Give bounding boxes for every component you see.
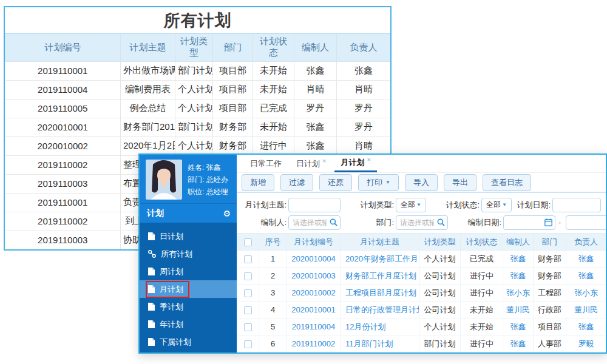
cell-subject[interactable]: 财务部工作月度计划 (341, 268, 419, 285)
cell-owner[interactable]: 罗毅 (566, 335, 606, 352)
cell-plan-no: 2020010002 (5, 136, 121, 155)
cell-index: 5 (259, 318, 287, 335)
row-checkbox[interactable] (244, 340, 252, 348)
row-checkbox[interactable] (244, 255, 252, 263)
cell-creator[interactable]: 张鑫 (503, 335, 534, 352)
cell-plan-no[interactable]: 2020010002 (287, 285, 341, 302)
toolbar: 新增 过滤 还原 打印 ▼ (237, 173, 606, 193)
monthly-plan-header-row: 序号 月计划编号 月计划主题 计划类型 计划状态 编制人 部门 负责人 (237, 234, 606, 251)
cell-status: 进行中 (461, 268, 503, 285)
row-checkbox[interactable] (244, 323, 252, 331)
tab-label: 月计划 (341, 157, 364, 168)
tab[interactable]: 月计划 × (334, 155, 376, 172)
sidebar-menu-item-label: 下属计划 (160, 337, 191, 348)
monthly-plan-table: 序号 月计划编号 月计划主题 计划类型 计划状态 编制人 部门 负责人 (237, 233, 606, 352)
toolbar-button-label: 新增 (250, 177, 266, 188)
sidebar-menu-item-label: 日计划 (160, 231, 183, 242)
cell-plan-no[interactable]: 2020010001 (287, 302, 341, 318)
cell-creator: 罗丹 (294, 99, 337, 118)
filter-type-select[interactable]: 全部▼ (396, 198, 426, 212)
cell-owner[interactable]: 董川民 (566, 302, 606, 318)
cell-creator[interactable]: 董川民 (503, 302, 534, 318)
cell-owner[interactable]: 张小东 (566, 285, 606, 302)
filter-plan-date-input[interactable] (552, 198, 601, 212)
filter-subject-input[interactable] (288, 198, 341, 212)
filter-status-label: 计划状态: (442, 200, 480, 211)
search-icon[interactable] (330, 218, 337, 226)
cell-type: 部门计划 (419, 335, 461, 352)
cell-plan-no[interactable]: 2019110002 (287, 335, 341, 352)
cell-select (237, 318, 259, 335)
cell-plan-no[interactable]: 2020010004 (287, 251, 341, 268)
tab-close-icon[interactable]: × (367, 156, 370, 163)
cell-plan-no: 2019110003 (5, 174, 121, 193)
filter-type-label: 计划类型: (356, 200, 394, 211)
cell-select (237, 268, 259, 285)
cell-plan-no[interactable]: 2019110004 (287, 318, 341, 335)
row-checkbox[interactable] (244, 306, 252, 314)
filter-panel: 月计划主题: 计划类型: 全部▼ 计划状态: 全部▼ 计划日期: 编制人: 部门… (237, 193, 606, 233)
toolbar-button[interactable]: 导入 (405, 174, 438, 191)
profile-field-label: 姓名: (188, 163, 204, 172)
row-checkbox[interactable] (244, 272, 252, 280)
select-all-checkbox[interactable] (244, 238, 252, 246)
filter-creator-label: 编制人: (237, 217, 287, 228)
cell-type: 公司计划 (419, 268, 461, 285)
tab-close-icon[interactable]: × (322, 157, 326, 164)
cell-owner[interactable]: 张鑫 (566, 318, 606, 335)
filter-create-date-end-input[interactable] (566, 215, 606, 230)
tab[interactable]: 日计划 × (290, 155, 332, 172)
cell-creator: 张鑫 (294, 136, 337, 155)
search-icon[interactable] (437, 218, 445, 226)
cell-owner[interactable]: 张鑫 (566, 251, 606, 268)
filter-status-select[interactable]: 全部▼ (481, 198, 512, 212)
cell-subject[interactable]: 12月份计划 (341, 318, 419, 335)
cell-select (237, 285, 259, 302)
sidebar-menu-item[interactable]: 季计划 (140, 298, 237, 315)
cell-creator[interactable]: 张小东 (503, 285, 534, 302)
filter-dept-label: 部门: (356, 217, 394, 228)
cell-creator[interactable]: 张鑫 (503, 268, 534, 285)
calendar-icon[interactable] (544, 218, 552, 226)
row-checkbox[interactable] (244, 289, 252, 297)
table-row: 3 2020010002 工程项目部月度计划 公司计划 进行中 张小东 工程部 … (237, 285, 606, 302)
document-icon (148, 232, 155, 240)
date-range-separator: - (558, 218, 561, 227)
sidebar-menu-item[interactable]: 周计划 (140, 263, 237, 280)
cell-subject[interactable]: 11月部门计划 (341, 335, 419, 352)
cell-plan-no[interactable]: 2020010003 (287, 268, 341, 285)
tab[interactable]: 日常工作 (244, 155, 288, 172)
sidebar-menu: 日计划 所有计划 (140, 223, 237, 352)
cell-creator[interactable]: 张鑫 (503, 251, 534, 268)
filter-status-value: 全部 (486, 200, 501, 210)
tab-bar: 日常工作 日计划 × 月计划 × (237, 155, 606, 173)
cell-owner: 肖晴 (337, 80, 391, 99)
cell-plan-no: 2019110004 (5, 80, 121, 99)
cell-select (237, 335, 259, 352)
toolbar-button[interactable]: 新增 (242, 174, 274, 191)
gear-icon[interactable]: ⚙ (223, 209, 231, 218)
cell-owner[interactable]: 张鑫 (566, 268, 606, 285)
toolbar-button-label: 导出 (452, 177, 468, 188)
sidebar-menu-item[interactable]: 月计划 (140, 280, 237, 298)
toolbar-button[interactable]: 打印 ▼ (358, 174, 399, 191)
all-plans-title: 所有计划 (5, 7, 390, 34)
table-row: 2019110004 编制费用表 个人计划 项目部 未开始 肖晴 肖晴 (5, 80, 391, 99)
toolbar-button[interactable]: 查看日志 (483, 174, 531, 191)
sidebar-menu-item[interactable]: 年计划 (140, 315, 237, 333)
cell-dept: 工程部 (534, 285, 566, 302)
cell-type: 个人计划 (175, 99, 213, 118)
toolbar-button[interactable]: 导出 (444, 174, 476, 191)
sidebar-menu-item[interactable]: 下属计划 (140, 333, 237, 351)
cell-dept: 行政部 (534, 302, 566, 318)
sidebar-menu-item[interactable]: 日计划 (140, 228, 237, 245)
toolbar-button[interactable]: 还原 (319, 174, 352, 191)
profile-field-value: 总经理 (206, 187, 228, 196)
sidebar-menu-item[interactable]: 所有计划 (140, 245, 237, 263)
cell-subject[interactable]: 工程项目部月度计划 (341, 285, 419, 302)
cell-subject[interactable]: 日常的行政管理月计划 (341, 302, 419, 318)
cell-creator[interactable]: 张鑫 (503, 318, 534, 335)
toolbar-button[interactable]: 过滤 (280, 174, 313, 191)
cell-subject[interactable]: 2020年财务部工作月... (341, 251, 419, 268)
column-header: 计划类型 (419, 234, 461, 251)
